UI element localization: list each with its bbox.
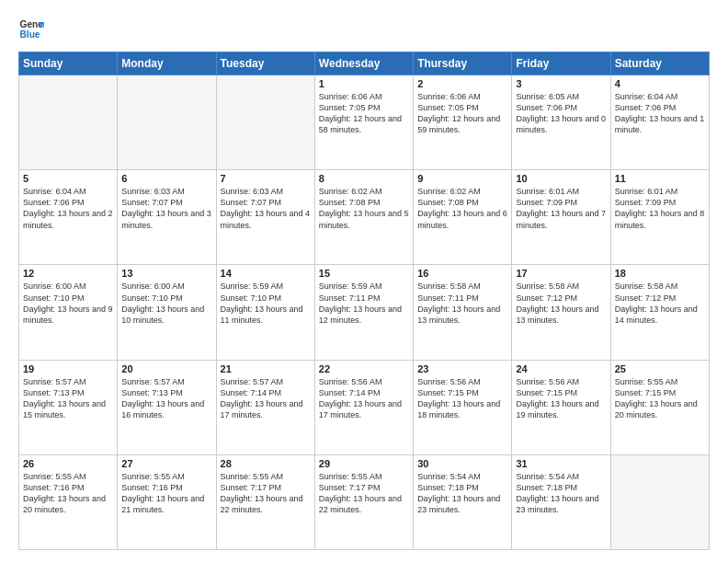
- day-info: Sunrise: 6:05 AM Sunset: 7:06 PM Dayligh…: [516, 91, 606, 136]
- day-cell: 2Sunrise: 6:06 AM Sunset: 7:05 PM Daylig…: [414, 75, 512, 170]
- day-number: 7: [221, 173, 311, 184]
- week-row-2: 5Sunrise: 6:04 AM Sunset: 7:06 PM Daylig…: [19, 170, 710, 265]
- day-number: 2: [417, 78, 507, 89]
- day-number: 28: [221, 458, 311, 469]
- day-cell: 13Sunrise: 6:00 AM Sunset: 7:10 PM Dayli…: [118, 265, 216, 360]
- day-cell: 12Sunrise: 6:00 AM Sunset: 7:10 PM Dayli…: [19, 265, 118, 360]
- day-number: 11: [615, 173, 705, 184]
- weekday-header-wednesday: Wednesday: [314, 52, 413, 75]
- logo: General Blue: [18, 17, 44, 42]
- day-number: 25: [615, 363, 705, 374]
- day-cell: 24Sunrise: 5:56 AM Sunset: 7:15 PM Dayli…: [512, 360, 610, 454]
- day-number: 26: [23, 458, 113, 469]
- day-info: Sunrise: 5:56 AM Sunset: 7:15 PM Dayligh…: [516, 376, 606, 421]
- weekday-header-tuesday: Tuesday: [216, 52, 314, 75]
- day-cell: 11Sunrise: 6:01 AM Sunset: 7:09 PM Dayli…: [610, 170, 709, 265]
- day-info: Sunrise: 6:01 AM Sunset: 7:09 PM Dayligh…: [615, 186, 705, 231]
- day-info: Sunrise: 6:00 AM Sunset: 7:10 PM Dayligh…: [23, 281, 113, 326]
- logo-icon: General Blue: [18, 17, 44, 42]
- day-cell: 16Sunrise: 5:58 AM Sunset: 7:11 PM Dayli…: [414, 265, 512, 360]
- day-cell: 30Sunrise: 5:54 AM Sunset: 7:18 PM Dayli…: [414, 454, 512, 549]
- day-info: Sunrise: 5:56 AM Sunset: 7:14 PM Dayligh…: [319, 376, 409, 421]
- day-cell: [610, 454, 709, 549]
- day-info: Sunrise: 6:02 AM Sunset: 7:08 PM Dayligh…: [319, 186, 409, 231]
- day-info: Sunrise: 6:04 AM Sunset: 7:06 PM Dayligh…: [23, 186, 113, 231]
- day-cell: 4Sunrise: 6:04 AM Sunset: 7:06 PM Daylig…: [610, 75, 709, 170]
- day-cell: [216, 75, 314, 170]
- day-number: 3: [516, 78, 606, 89]
- day-cell: [118, 75, 216, 170]
- day-number: 27: [121, 458, 211, 469]
- day-cell: 26Sunrise: 5:55 AM Sunset: 7:16 PM Dayli…: [19, 454, 118, 549]
- day-cell: 19Sunrise: 5:57 AM Sunset: 7:13 PM Dayli…: [19, 360, 118, 454]
- day-number: 22: [319, 363, 409, 374]
- day-number: 21: [221, 363, 311, 374]
- weekday-header-row: SundayMondayTuesdayWednesdayThursdayFrid…: [19, 52, 710, 75]
- day-number: 16: [417, 268, 507, 279]
- day-number: 15: [319, 268, 409, 279]
- day-cell: 22Sunrise: 5:56 AM Sunset: 7:14 PM Dayli…: [314, 360, 413, 454]
- day-number: 24: [516, 363, 606, 374]
- day-info: Sunrise: 6:03 AM Sunset: 7:07 PM Dayligh…: [221, 186, 311, 231]
- week-row-5: 26Sunrise: 5:55 AM Sunset: 7:16 PM Dayli…: [19, 454, 710, 549]
- day-number: 12: [23, 268, 113, 279]
- day-cell: 18Sunrise: 5:58 AM Sunset: 7:12 PM Dayli…: [610, 265, 709, 360]
- day-info: Sunrise: 5:55 AM Sunset: 7:17 PM Dayligh…: [319, 471, 409, 516]
- day-cell: 15Sunrise: 5:59 AM Sunset: 7:11 PM Dayli…: [314, 265, 413, 360]
- day-info: Sunrise: 6:06 AM Sunset: 7:05 PM Dayligh…: [417, 91, 507, 136]
- day-cell: 17Sunrise: 5:58 AM Sunset: 7:12 PM Dayli…: [512, 265, 610, 360]
- day-info: Sunrise: 5:55 AM Sunset: 7:16 PM Dayligh…: [23, 471, 113, 516]
- day-number: 10: [516, 173, 606, 184]
- day-info: Sunrise: 5:57 AM Sunset: 7:13 PM Dayligh…: [23, 376, 113, 421]
- day-cell: 28Sunrise: 5:55 AM Sunset: 7:17 PM Dayli…: [216, 454, 314, 549]
- day-number: 29: [319, 458, 409, 469]
- day-info: Sunrise: 6:00 AM Sunset: 7:10 PM Dayligh…: [121, 281, 211, 326]
- day-info: Sunrise: 5:59 AM Sunset: 7:11 PM Dayligh…: [319, 281, 409, 326]
- weekday-header-friday: Friday: [512, 52, 610, 75]
- day-info: Sunrise: 6:03 AM Sunset: 7:07 PM Dayligh…: [121, 186, 211, 231]
- day-number: 31: [516, 458, 606, 469]
- day-info: Sunrise: 5:54 AM Sunset: 7:18 PM Dayligh…: [417, 471, 507, 516]
- day-number: 8: [319, 173, 409, 184]
- weekday-header-saturday: Saturday: [610, 52, 709, 75]
- weekday-header-sunday: Sunday: [19, 52, 118, 75]
- day-info: Sunrise: 6:04 AM Sunset: 7:06 PM Dayligh…: [615, 91, 705, 136]
- day-cell: 6Sunrise: 6:03 AM Sunset: 7:07 PM Daylig…: [118, 170, 216, 265]
- day-number: 4: [615, 78, 705, 89]
- day-info: Sunrise: 5:58 AM Sunset: 7:11 PM Dayligh…: [417, 281, 507, 326]
- day-info: Sunrise: 5:57 AM Sunset: 7:13 PM Dayligh…: [121, 376, 211, 421]
- day-info: Sunrise: 5:54 AM Sunset: 7:18 PM Dayligh…: [516, 471, 606, 516]
- day-number: 13: [121, 268, 211, 279]
- day-cell: 21Sunrise: 5:57 AM Sunset: 7:14 PM Dayli…: [216, 360, 314, 454]
- weekday-header-monday: Monday: [118, 52, 216, 75]
- day-cell: 25Sunrise: 5:55 AM Sunset: 7:15 PM Dayli…: [610, 360, 709, 454]
- day-cell: 8Sunrise: 6:02 AM Sunset: 7:08 PM Daylig…: [314, 170, 413, 265]
- day-cell: 20Sunrise: 5:57 AM Sunset: 7:13 PM Dayli…: [118, 360, 216, 454]
- day-number: 30: [417, 458, 507, 469]
- day-number: 5: [23, 173, 113, 184]
- day-info: Sunrise: 6:01 AM Sunset: 7:09 PM Dayligh…: [516, 186, 606, 231]
- day-number: 20: [121, 363, 211, 374]
- week-row-4: 19Sunrise: 5:57 AM Sunset: 7:13 PM Dayli…: [19, 360, 710, 454]
- day-number: 6: [121, 173, 211, 184]
- day-info: Sunrise: 5:57 AM Sunset: 7:14 PM Dayligh…: [221, 376, 311, 421]
- day-cell: 23Sunrise: 5:56 AM Sunset: 7:15 PM Dayli…: [414, 360, 512, 454]
- day-cell: 3Sunrise: 6:05 AM Sunset: 7:06 PM Daylig…: [512, 75, 610, 170]
- day-cell: [19, 75, 118, 170]
- day-cell: 5Sunrise: 6:04 AM Sunset: 7:06 PM Daylig…: [19, 170, 118, 265]
- day-cell: 31Sunrise: 5:54 AM Sunset: 7:18 PM Dayli…: [512, 454, 610, 549]
- day-cell: 7Sunrise: 6:03 AM Sunset: 7:07 PM Daylig…: [216, 170, 314, 265]
- week-row-1: 1Sunrise: 6:06 AM Sunset: 7:05 PM Daylig…: [19, 75, 710, 170]
- day-cell: 29Sunrise: 5:55 AM Sunset: 7:17 PM Dayli…: [314, 454, 413, 549]
- day-number: 9: [417, 173, 507, 184]
- week-row-3: 12Sunrise: 6:00 AM Sunset: 7:10 PM Dayli…: [19, 265, 710, 360]
- day-number: 18: [615, 268, 705, 279]
- header: General Blue: [18, 17, 710, 42]
- day-info: Sunrise: 6:02 AM Sunset: 7:08 PM Dayligh…: [417, 186, 507, 231]
- day-number: 1: [319, 78, 409, 89]
- day-cell: 27Sunrise: 5:55 AM Sunset: 7:16 PM Dayli…: [118, 454, 216, 549]
- day-number: 14: [221, 268, 311, 279]
- day-info: Sunrise: 5:56 AM Sunset: 7:15 PM Dayligh…: [417, 376, 507, 421]
- day-info: Sunrise: 5:55 AM Sunset: 7:16 PM Dayligh…: [121, 471, 211, 516]
- day-info: Sunrise: 5:58 AM Sunset: 7:12 PM Dayligh…: [615, 281, 705, 326]
